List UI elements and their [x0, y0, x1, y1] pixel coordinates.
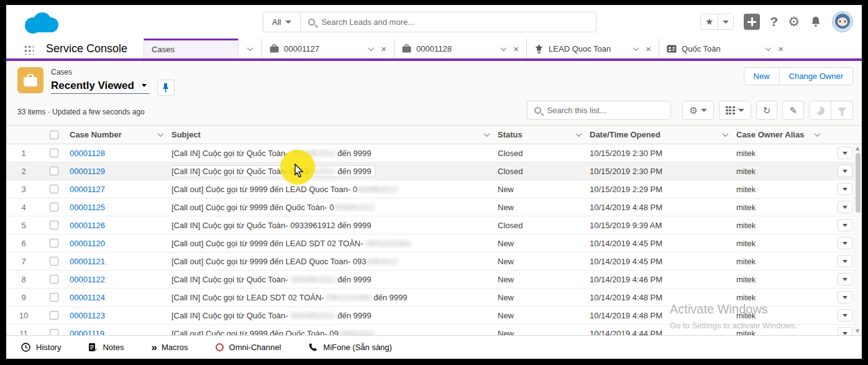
case-number-link[interactable]: 00001127: [70, 185, 105, 194]
setup-gear-button[interactable]: ⚙: [788, 14, 800, 29]
notifications-bell-button[interactable]: [810, 16, 822, 28]
case-number-link[interactable]: 00001123: [70, 311, 105, 320]
table-row[interactable]: 4 00001125 [Call out] Cuộc gọi từ 9999 đ…: [6, 198, 862, 216]
refresh-button[interactable]: ↻: [756, 101, 778, 120]
subject-cell: [Call out] Cuộc gọi từ 9999 đến LEAD Quo…: [171, 185, 498, 194]
row-actions-dropdown-button[interactable]: [838, 201, 852, 213]
scroll-up-arrow[interactable]: ▲: [856, 146, 859, 151]
table-row[interactable]: 1 00001128 [Call IN] Cuộc gọi từ Quốc To…: [6, 144, 862, 162]
chevron-down-icon: [158, 131, 164, 137]
scrollbar-thumb[interactable]: [856, 153, 861, 213]
list-view-dropdown-button[interactable]: [139, 80, 150, 91]
tab-cases-dropdown[interactable]: [238, 39, 262, 58]
case-number-link[interactable]: 00001120: [70, 239, 105, 248]
column-header-subject[interactable]: Subject: [171, 130, 498, 139]
tab-lead-quoc-toan[interactable]: LEAD Quoc Toan ×: [526, 39, 659, 58]
row-checkbox[interactable]: [50, 185, 58, 193]
global-search-input[interactable]: [321, 17, 588, 27]
utility-history[interactable]: History: [21, 343, 61, 352]
column-header-owner-alias[interactable]: Case Owner Alias: [736, 130, 828, 139]
close-icon[interactable]: ×: [513, 44, 519, 54]
favorite-star-button[interactable]: ★: [701, 14, 718, 29]
list-view-selector[interactable]: Recently Viewed: [51, 80, 150, 94]
case-number-link[interactable]: 00001126: [70, 221, 105, 230]
table-row[interactable]: 3 00001127 [Call out] Cuộc gọi từ 9999 đ…: [6, 180, 862, 198]
table-row[interactable]: 5 00001126 [Call IN] Cuộc gọi từ Quốc To…: [6, 216, 862, 234]
subject-cell: [Call out] Cuộc gọi từ 9999 đến Quốc Toà…: [171, 329, 498, 336]
row-actions-dropdown-button[interactable]: [838, 255, 852, 267]
case-number-link[interactable]: 00001129: [70, 167, 105, 176]
table-row[interactable]: 8 00001122 [Call IN] Cuộc gọi từ Quốc To…: [6, 270, 862, 289]
column-header-date-opened[interactable]: Date/Time Opened: [590, 130, 736, 139]
row-actions-dropdown-button[interactable]: [838, 291, 852, 303]
close-icon[interactable]: ×: [646, 44, 651, 54]
help-button[interactable]: ?: [770, 14, 778, 29]
row-actions-dropdown-button[interactable]: [838, 183, 852, 195]
row-checkbox[interactable]: [50, 239, 58, 247]
row-actions-dropdown-button[interactable]: [838, 147, 852, 159]
close-icon[interactable]: ×: [381, 44, 386, 54]
scroll-down-arrow[interactable]: ▼: [856, 328, 859, 334]
row-checkbox[interactable]: [50, 167, 58, 175]
table-row[interactable]: 6 00001120 [Call out] Cuộc gọi từ 9999 đ…: [6, 234, 862, 252]
table-row[interactable]: 7 00001121 [Call out] Cuộc gọi từ 9999 đ…: [6, 252, 862, 270]
tab-case-00001127[interactable]: 00001127 ×: [262, 39, 394, 58]
row-checkbox[interactable]: [50, 257, 58, 266]
vertical-scrollbar[interactable]: ▲ ▼: [854, 144, 862, 335]
case-number-link[interactable]: 00001128: [70, 149, 105, 158]
tab-contact-quoc-toan[interactable]: Quốc Toàn ×: [659, 39, 791, 58]
inline-edit-button[interactable]: ✎: [782, 101, 804, 120]
utility-mifone[interactable]: MiFone (Sẵn sàng): [308, 343, 392, 352]
case-number-link[interactable]: 00001125: [70, 203, 105, 212]
column-header-case-number[interactable]: Case Number: [67, 130, 171, 139]
app-launcher-icon[interactable]: [24, 45, 34, 55]
redacted-phone-number: 3961912: [366, 257, 398, 266]
charts-button[interactable]: [809, 101, 831, 120]
utility-macros[interactable]: » Macros: [151, 341, 188, 354]
pin-list-button[interactable]: [157, 80, 175, 96]
owner-alias-value: mitek: [736, 257, 756, 266]
case-number-link[interactable]: 00001124: [70, 293, 105, 302]
utility-notes[interactable]: Notes: [88, 343, 124, 352]
filter-button[interactable]: [831, 101, 853, 120]
table-row[interactable]: 2 00001129 [Call IN] Cuộc gọi từ Quốc To…: [6, 162, 862, 180]
close-icon[interactable]: ×: [778, 44, 783, 54]
tab-cases[interactable]: Cases: [144, 39, 238, 58]
row-checkbox[interactable]: [50, 275, 58, 284]
row-checkbox[interactable]: [50, 329, 58, 335]
row-actions-dropdown-button[interactable]: [838, 237, 852, 249]
row-actions-dropdown-button[interactable]: [838, 309, 852, 321]
cases-object-icon: [17, 67, 43, 93]
list-settings-button[interactable]: ⚙: [682, 101, 713, 120]
row-actions-dropdown-button[interactable]: [838, 219, 852, 231]
bell-icon: [810, 16, 822, 28]
user-avatar[interactable]: [832, 11, 853, 32]
row-checkbox[interactable]: [50, 149, 58, 157]
select-all-checkbox[interactable]: [50, 131, 58, 139]
search-scope-selector[interactable]: All: [263, 12, 301, 32]
row-checkbox[interactable]: [50, 203, 58, 211]
tab-case-00001128[interactable]: 00001128 ×: [394, 39, 526, 58]
row-actions-dropdown-button[interactable]: [838, 273, 852, 285]
case-number-link[interactable]: 00001119: [70, 329, 104, 336]
favorites-dropdown-button[interactable]: [718, 14, 733, 29]
change-owner-button[interactable]: Change Owner: [780, 67, 853, 85]
row-actions-dropdown-button[interactable]: [838, 165, 852, 177]
table-row[interactable]: 11 00001119 [Call out] Cuộc gọi từ 9999 …: [6, 325, 862, 335]
row-checkbox[interactable]: [50, 221, 58, 229]
row-checkbox[interactable]: [50, 293, 58, 302]
table-row[interactable]: 10 00001123 [Call IN] Cuộc gọi từ Quốc T…: [6, 307, 862, 325]
new-button[interactable]: New: [744, 67, 780, 85]
row-actions-dropdown-button[interactable]: [838, 327, 852, 335]
case-number-link[interactable]: 00001121: [70, 257, 105, 266]
list-search-input[interactable]: [547, 106, 664, 115]
row-checkbox[interactable]: [50, 311, 58, 320]
date-opened-value: 10/15/2019 9:39 AM: [590, 221, 662, 230]
column-header-status[interactable]: Status: [498, 130, 590, 139]
screenshot-frame: All ★ ? ⚙ Ser: [0, 0, 868, 365]
display-as-button[interactable]: [719, 101, 751, 120]
case-number-link[interactable]: 00001122: [70, 275, 105, 284]
utility-omni-channel[interactable]: Omni-Channel: [216, 343, 281, 352]
table-row[interactable]: 9 00001124 [Call IN] Cuộc gọi từ LEAD SD…: [6, 289, 862, 307]
global-actions-button[interactable]: [744, 14, 760, 30]
